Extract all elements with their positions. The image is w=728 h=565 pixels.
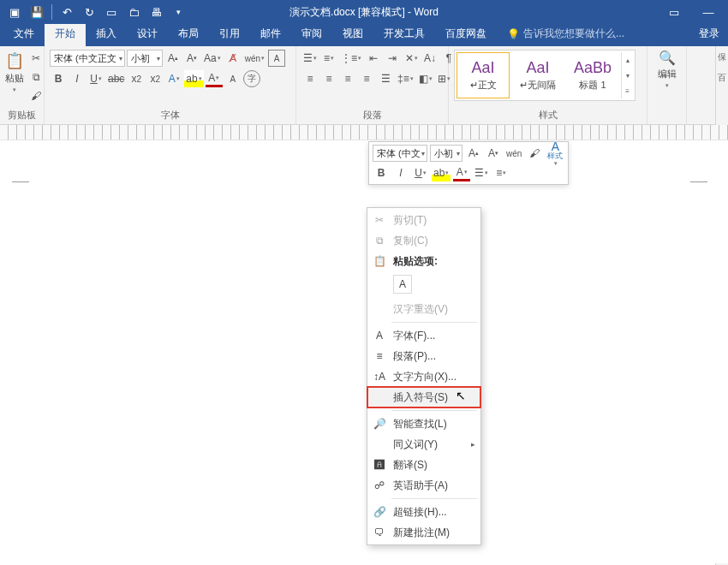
subscript-button[interactable]: x2 [128,70,145,87]
mini-format-painter[interactable]: 🖌 [526,145,543,162]
menu-english-assistant[interactable]: ☍英语助手(A) [367,475,480,496]
tell-me[interactable]: 💡 告诉我您想要做什么... [497,22,689,46]
superscript-button[interactable]: x2 [146,70,164,87]
mini-styles[interactable]: A样式 [546,145,564,162]
text-effects-button[interactable]: A [165,70,182,87]
format-painter-button[interactable]: 🖌 [27,87,45,104]
mini-shrink-font[interactable]: A▾ [485,145,502,162]
menu-new-comment[interactable]: 🗨新建批注(M) [367,522,480,543]
shading-button[interactable]: ◧ [417,70,434,87]
mini-italic[interactable]: I [392,164,409,181]
align-center-button[interactable]: ≡ [320,70,337,87]
justify-button[interactable]: ≡ [358,70,375,87]
translate-icon: 🅰 [373,459,386,471]
char-border-button[interactable]: A [268,50,285,67]
distributed-button[interactable]: ☰ [377,70,394,87]
bold-button[interactable]: B [50,70,67,87]
paste-button[interactable]: 📋 粘贴 ▾ [5,50,24,93]
tab-baidu[interactable]: 百度网盘 [435,22,497,46]
mini-size-select[interactable]: 小初 [430,145,462,162]
paragraph-icon: ≡ [373,350,386,362]
mini-grow-font[interactable]: A▴ [465,145,482,162]
pane-item-b[interactable]: 百 [718,72,726,84]
styles-gallery[interactable]: AaI ↵正文 AaI ↵无间隔 AaBb 标题 1 ▴▾≡ [454,50,636,101]
highlight-button[interactable]: ab [184,70,203,87]
style-no-spacing[interactable]: AaI ↵无间隔 [511,52,564,98]
qat-more-icon[interactable]: ▾ [169,3,188,21]
lightbulb-icon: 💡 [507,28,520,40]
increase-indent-button[interactable]: ⇥ [384,50,401,67]
tab-file[interactable]: 文件 [3,22,45,46]
grow-font-button[interactable]: A▴ [164,50,182,67]
mini-font-select[interactable]: 宋体 (中文 [373,145,427,162]
style-normal[interactable]: AaI ↵正文 [456,52,510,98]
shrink-font-button[interactable]: A▾ [183,50,200,67]
tab-insert[interactable]: 插入 [86,22,127,46]
menu-hyperlink[interactable]: 🔗超链接(H)... [367,502,480,522]
paste-keep-text[interactable]: A [393,275,412,294]
font-family-select[interactable]: 宋体 (中文正文 [50,50,125,67]
menu-copy: ⧉复制(C) [367,230,480,251]
style-heading1[interactable]: AaBb 标题 1 [566,52,619,98]
align-left-button[interactable]: ≡ [301,70,319,87]
phonetic-guide-button[interactable]: wén [243,50,266,67]
tab-home[interactable]: 开始 [45,22,86,46]
menu-text-direction[interactable]: ↕A文字方向(X)... [367,366,480,387]
menu-synonyms[interactable]: 同义词(Y) [367,434,480,455]
tab-developer[interactable]: 开发工具 [373,22,435,46]
sign-in[interactable]: 登录 [689,22,728,46]
cut-button[interactable]: ✂ [27,50,45,67]
mini-bold[interactable]: B [373,164,390,181]
menu-translate[interactable]: 🅰翻译(S) [367,455,480,475]
ribbon-options-icon[interactable]: ▭ [661,3,687,21]
undo-icon[interactable]: ↶ [57,3,76,21]
line-spacing-button[interactable]: ‡≡ [396,70,415,87]
styles-scroll[interactable]: ▴▾≡ [621,52,633,98]
char-shading-button[interactable]: A [224,70,242,87]
mini-highlight[interactable]: ab [432,164,451,181]
sort-button[interactable]: A↓ [421,50,439,67]
print-icon[interactable]: 🖶 [146,3,165,21]
font-size-select[interactable]: 小初 [127,50,163,67]
enclose-char-button[interactable]: 字 [243,70,260,87]
tab-references[interactable]: 引用 [209,22,250,46]
align-right-button[interactable]: ≡ [339,70,356,87]
menu-font[interactable]: A字体(F)... [367,325,480,346]
minimize-icon[interactable]: — [695,3,721,21]
bullets-button[interactable]: ☰ [301,50,319,67]
clear-format-button[interactable]: A̸ [224,50,242,67]
group-font-label: 字体 [50,107,290,124]
redo-icon[interactable]: ↻ [80,3,98,21]
tab-review[interactable]: 审阅 [291,22,332,46]
horizontal-ruler[interactable] [0,125,728,140]
copy-button[interactable]: ⧉ [27,68,45,86]
strikethrough-button[interactable]: abc [106,70,126,87]
decrease-indent-button[interactable]: ⇤ [365,50,382,67]
new-icon[interactable]: ▭ [102,3,121,21]
open-icon[interactable]: 🗀 [124,3,143,21]
mini-phonetic[interactable]: wén [504,145,523,162]
mini-font-color[interactable]: A [453,164,470,181]
tab-layout[interactable]: 布局 [168,22,209,46]
underline-button[interactable]: U [87,70,104,87]
italic-button[interactable]: I [69,70,86,87]
mini-underline[interactable]: U [412,164,429,181]
numbering-button[interactable]: ≡ [320,50,337,67]
asian-layout-button[interactable]: ✕ [403,50,420,67]
pane-item-a[interactable]: 保 [718,51,726,63]
tab-design[interactable]: 设计 [127,22,168,46]
font-color-button[interactable]: A [206,70,223,87]
word-icon[interactable]: ▣ [5,3,24,21]
mini-bullets[interactable]: ☰ [473,164,490,181]
menu-paragraph[interactable]: ≡段落(P)... [367,346,480,366]
tab-view[interactable]: 视图 [332,22,373,46]
save-icon[interactable]: 💾 [27,3,46,21]
document-area[interactable]: 宋体 (中文 小初 A▴ A▾ wén 🖌 A样式 B I U ab A ☰ ≡… [0,140,728,563]
menu-insert-symbol[interactable]: 插入符号(S) [367,387,480,407]
change-case-button[interactable]: Aa [202,50,223,67]
menu-smart-lookup[interactable]: 🔎智能查找(L) [367,413,480,434]
tab-mailings[interactable]: 邮件 [250,22,291,46]
mini-numbering[interactable]: ≡ [492,164,510,181]
multilevel-button[interactable]: ⋮≡ [339,50,363,67]
find-button[interactable]: 🔍 编辑 ▾ [658,50,677,89]
